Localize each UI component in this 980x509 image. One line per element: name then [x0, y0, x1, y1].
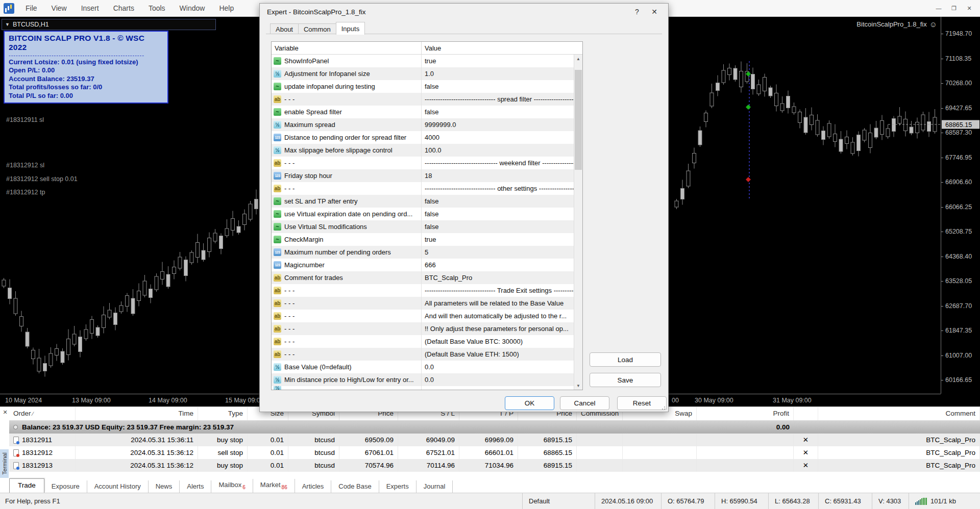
input-row[interactable]: ½Min distance price to High/Low for entr… — [272, 373, 574, 386]
menu-item-view[interactable]: View — [44, 0, 74, 16]
terminal-tab-exposure[interactable]: Exposure — [44, 480, 87, 493]
input-row[interactable]: ~Use Virtual SL modificationsfalse — [272, 220, 574, 233]
input-value[interactable]: All parameters will be related to the Ba… — [422, 297, 574, 310]
terminal-tab-account-history[interactable]: Account History — [87, 480, 149, 493]
input-value[interactable]: false — [422, 195, 574, 208]
column-header-comment[interactable]: Comment — [818, 407, 980, 420]
input-row[interactable]: ~enable Spread filterfalse — [272, 106, 574, 118]
input-row[interactable]: ~ShowInfoPaneltrue — [272, 55, 574, 67]
input-value[interactable]: false — [422, 208, 574, 220]
reset-button[interactable]: Reset — [617, 396, 667, 410]
delete-order-icon[interactable]: ✕ — [794, 446, 818, 459]
minimize-icon[interactable]: — — [932, 3, 945, 13]
input-row[interactable]: ab- - -(Default Base Value BTC: 30000) — [272, 335, 574, 348]
column-header-type[interactable]: Type — [198, 407, 248, 420]
input-value[interactable]: 1.0 — [422, 67, 574, 80]
dialog-close-icon[interactable]: ✕ — [646, 5, 663, 18]
input-row[interactable]: ~set SL and TP after entryfalse — [272, 195, 574, 208]
input-row[interactable]: ab- - -And will then automatically be ad… — [272, 310, 574, 322]
terminal-tab-alerts[interactable]: Alerts — [180, 480, 211, 493]
input-value[interactable]: -------------------------------- spread … — [422, 93, 574, 106]
terminal-tab-market[interactable]: Market86 — [253, 479, 295, 493]
column-header-profit[interactable]: Profit — [697, 407, 794, 420]
input-row[interactable]: ½Base Value (0=default)0.0 — [272, 361, 574, 373]
input-value[interactable]: 666 — [422, 259, 574, 271]
ok-button[interactable]: OK — [505, 396, 554, 410]
cancel-button[interactable]: Cancel — [560, 396, 609, 410]
table-row[interactable]: 183129132024.05.31 15:36:12buy stop0.01b… — [9, 459, 980, 472]
input-value[interactable]: 100.0 — [422, 144, 574, 157]
balance-row[interactable]: Balance: 23 519.37 USD Equity: 23 519.37… — [9, 421, 980, 434]
table-row[interactable]: 183129122024.05.31 15:36:12sell stop0.01… — [9, 446, 980, 459]
tab-common[interactable]: Common — [298, 23, 336, 34]
input-value[interactable]: (Default Base Value ETH: 1500) — [422, 348, 574, 361]
variable-column-header[interactable]: Variable — [272, 42, 422, 54]
input-row[interactable]: ~CheckMargintrue — [272, 233, 574, 246]
menu-item-file[interactable]: File — [18, 0, 44, 16]
menu-item-charts[interactable]: Charts — [106, 0, 141, 16]
input-row[interactable]: ab- - -!! Only adjust these parameters f… — [272, 322, 574, 335]
column-header-order[interactable]: Order ∕ — [9, 407, 76, 420]
input-value[interactable]: --------------------------------- weeken… — [422, 157, 574, 169]
tab-about[interactable]: About — [270, 23, 299, 34]
input-value[interactable]: !! Only adjust these parameters for pers… — [422, 322, 574, 335]
input-value[interactable]: false — [422, 80, 574, 93]
terminal-tab-articles[interactable]: Articles — [295, 480, 332, 493]
input-value[interactable]: BTC_Scalp_Pro — [422, 271, 574, 284]
input-row[interactable]: 123Maximum number of pending orders5 — [272, 246, 574, 259]
input-value[interactable]: true — [422, 55, 574, 67]
input-value[interactable]: 5 — [422, 246, 574, 259]
input-value[interactable]: false — [422, 106, 574, 118]
dialog-title-bar[interactable]: Expert - BitcoinScalpPro_1.8_fix ? ✕ — [260, 4, 668, 20]
delete-order-icon[interactable]: ✕ — [794, 459, 818, 472]
chevron-down-icon[interactable]: ▼ — [5, 22, 10, 27]
terminal-tab-news[interactable]: News — [149, 480, 180, 493]
input-row[interactable]: ab- - -(Default Base Value ETH: 1500) — [272, 348, 574, 361]
input-value[interactable]: false — [422, 220, 574, 233]
terminal-tab-journal[interactable]: Journal — [416, 480, 453, 493]
ea-name-label[interactable]: BitcoinScalpPro_1.8_fix ☺ — [856, 20, 937, 29]
menu-item-tools[interactable]: Tools — [141, 0, 173, 16]
menu-item-help[interactable]: Help — [212, 0, 241, 16]
save-button[interactable]: Save — [590, 373, 661, 387]
resize-grip[interactable] — [662, 405, 667, 410]
terminal-side-tab[interactable]: Terminal — [0, 449, 9, 478]
input-value[interactable]: (Default Base Value BTC: 30000) — [422, 335, 574, 348]
input-value[interactable]: 4000 — [422, 131, 574, 144]
input-row[interactable]: ab- - -All parameters will be related to… — [272, 297, 574, 310]
input-value[interactable]: true — [422, 233, 574, 246]
terminal-tab-experts[interactable]: Experts — [379, 480, 416, 493]
menu-item-insert[interactable]: Insert — [74, 0, 106, 16]
ea-smiley-icon[interactable]: ☺ — [929, 20, 937, 29]
input-row[interactable]: ½Adjustment for Infopanel size1.0 — [272, 67, 574, 80]
close-icon[interactable]: ✕ — [963, 3, 976, 13]
table-row[interactable]: 183129112024.05.31 15:36:11buy stop0.01b… — [9, 434, 980, 446]
input-row[interactable]: 123Friday stop hour18 — [272, 169, 574, 182]
input-row[interactable]: 123Magicnumber666 — [272, 259, 574, 271]
input-row[interactable]: abComment for tradesBTC_Scalp_Pro — [272, 271, 574, 284]
scroll-down-icon[interactable]: ▼ — [574, 381, 582, 390]
input-row[interactable]: ab- - --------------------------------- … — [272, 182, 574, 195]
column-header-time[interactable]: Time — [76, 407, 198, 420]
input-row[interactable]: ab- - --------------------------------- … — [272, 93, 574, 106]
input-value[interactable]: -------------------------------- other s… — [422, 182, 574, 195]
input-value[interactable]: And will then automatically be adjusted … — [422, 310, 574, 322]
input-row[interactable]: ½Maximum spread9999999.0 — [272, 118, 574, 131]
delete-order-icon[interactable]: ✕ — [794, 434, 818, 446]
value-column-header[interactable]: Value — [422, 42, 582, 54]
chart-title-bar[interactable]: ▼ BTCUSD,H1 — [2, 19, 216, 30]
help-icon[interactable]: ? — [628, 5, 646, 18]
input-value[interactable]: -------------------------------- Trade E… — [422, 284, 574, 297]
scroll-up-icon[interactable]: ▲ — [574, 55, 582, 63]
column-header-close[interactable] — [794, 407, 818, 420]
input-row[interactable]: ½Max slippage before slippage control100… — [272, 144, 574, 157]
tab-inputs[interactable]: Inputs — [336, 22, 365, 35]
inputs-scrollbar[interactable]: ▲ ▼ — [574, 55, 582, 390]
input-row[interactable]: ab- - --------------------------------- … — [272, 284, 574, 297]
input-row[interactable]: ab- - ----------------------------------… — [272, 157, 574, 169]
input-row[interactable]: 123Distance to pending order for spread … — [272, 131, 574, 144]
restore-icon[interactable]: ❐ — [947, 3, 961, 13]
input-row[interactable]: ½ — [272, 386, 574, 390]
terminal-tab-trade[interactable]: Trade — [9, 478, 44, 493]
input-value[interactable]: 9999999.0 — [422, 118, 574, 131]
